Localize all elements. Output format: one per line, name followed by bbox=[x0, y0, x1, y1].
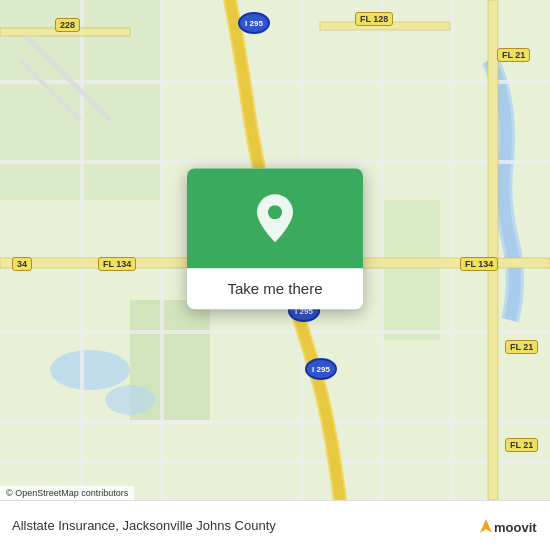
svg-point-4 bbox=[50, 350, 130, 390]
svg-rect-3 bbox=[380, 200, 440, 340]
svg-rect-12 bbox=[160, 0, 164, 500]
popup-header bbox=[187, 168, 363, 268]
road-label-fl134-far-left: 34 bbox=[12, 257, 32, 271]
location-text: Allstate Insurance, Jacksonville Johns C… bbox=[12, 518, 276, 533]
svg-point-5 bbox=[105, 385, 155, 415]
osm-attribution: © OpenStreetMap contributors bbox=[0, 486, 134, 500]
road-label-fl134-left: FL 134 bbox=[98, 257, 136, 271]
road-label-i295-top: I 295 bbox=[238, 12, 270, 34]
svg-text:moovit: moovit bbox=[494, 520, 537, 535]
map-pin-icon bbox=[253, 192, 297, 244]
svg-rect-11 bbox=[80, 0, 84, 500]
moovit-logo-svg: moovit bbox=[478, 515, 538, 537]
location-popup: Take me there bbox=[187, 168, 363, 309]
bottom-bar: Allstate Insurance, Jacksonville Johns C… bbox=[0, 500, 550, 550]
svg-rect-19 bbox=[488, 0, 498, 500]
svg-rect-15 bbox=[450, 0, 454, 500]
road-label-228: 228 bbox=[55, 18, 80, 32]
road-label-fl21-mid: FL 21 bbox=[505, 340, 538, 354]
moovit-logo: moovit bbox=[478, 515, 538, 537]
svg-point-22 bbox=[268, 205, 282, 219]
road-label-fl21-top: FL 21 bbox=[497, 48, 530, 62]
road-label-i295-bot: I 295 bbox=[305, 358, 337, 380]
svg-rect-14 bbox=[380, 0, 384, 500]
road-label-fl21-bot: FL 21 bbox=[505, 438, 538, 452]
map: 228 I 295 FL 128 FL 21 34 FL 134 FL 134 … bbox=[0, 0, 550, 500]
road-label-fl128: FL 128 bbox=[355, 12, 393, 26]
road-label-fl134-right: FL 134 bbox=[460, 257, 498, 271]
svg-marker-23 bbox=[480, 519, 492, 533]
take-me-there-button[interactable]: Take me there bbox=[187, 268, 363, 309]
